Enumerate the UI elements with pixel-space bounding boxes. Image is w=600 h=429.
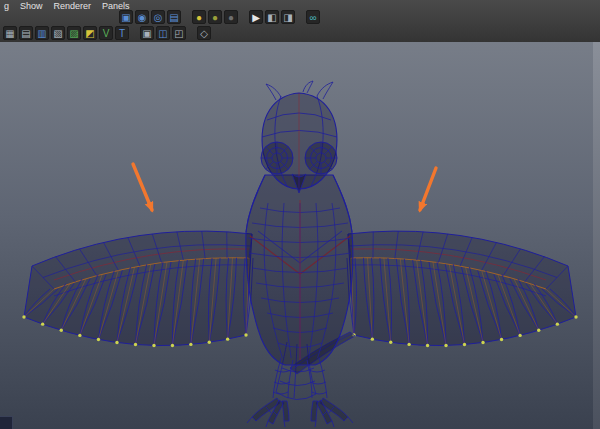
left-leg (247, 358, 293, 427)
isolate-select-icon[interactable]: ◰ (172, 26, 186, 40)
layers-icon[interactable]: ▤ (19, 26, 33, 40)
textured-display-icon[interactable]: ▨ (67, 26, 81, 40)
panel-menubar: g Show Renderer Panels (0, 0, 130, 12)
toolbar-row-1: ▣◉◎▤●●●▶◧◨∞ (118, 10, 321, 24)
view-cube-icon[interactable]: ◫ (156, 26, 170, 40)
texture-icon[interactable]: T (115, 26, 129, 40)
menu-item-renderer[interactable]: Renderer (54, 0, 92, 12)
viewport-corner-box (0, 416, 13, 429)
viewport-canvas (0, 42, 600, 429)
cube-half-icon[interactable]: ◧ (265, 10, 279, 24)
body (246, 175, 353, 365)
panel-toolbar: g Show Renderer Panels ▣◉◎▤●●●▶◧◨∞ ▦▤▥▧▨… (0, 0, 600, 43)
annotation-arrow-left (133, 164, 152, 210)
cube-half2-icon[interactable]: ◨ (281, 10, 295, 24)
select-tool-icon[interactable]: ▶ (249, 10, 263, 24)
poly-plane-icon[interactable]: ▤ (167, 10, 181, 24)
toolbar-row-2: ▦▤▥▧▨◩VT▣◫◰◇ (2, 26, 212, 40)
sphere-olive-icon[interactable]: ● (208, 10, 222, 24)
camera-icon[interactable]: ▣ (140, 26, 154, 40)
poly-torus-icon[interactable]: ◎ (151, 10, 165, 24)
sphere-yellow-icon[interactable]: ● (192, 10, 206, 24)
menu-item-partial[interactable]: g (4, 0, 9, 12)
poly-sphere-icon[interactable]: ◉ (135, 10, 149, 24)
poly-cube-icon[interactable]: ▣ (119, 10, 133, 24)
menu-item-show[interactable]: Show (20, 0, 43, 12)
hypergraph-icon[interactable]: ∞ (306, 10, 320, 24)
annotation-arrow-right (420, 168, 436, 210)
grid-icon[interactable]: ▦ (3, 26, 17, 40)
diamond-icon[interactable]: ◇ (197, 26, 211, 40)
shaded-display-icon[interactable]: ▧ (51, 26, 65, 40)
viewport-right-edge (593, 42, 600, 429)
bird-wireframe-model[interactable] (22, 81, 577, 427)
wireframe-display-icon[interactable]: ▥ (35, 26, 49, 40)
sphere-dark-icon[interactable]: ● (224, 10, 238, 24)
vertex-icon[interactable]: V (99, 26, 113, 40)
lighting-icon[interactable]: ◩ (83, 26, 97, 40)
viewport[interactable] (0, 42, 600, 429)
right-wing (347, 231, 578, 347)
left-wing (22, 231, 253, 347)
